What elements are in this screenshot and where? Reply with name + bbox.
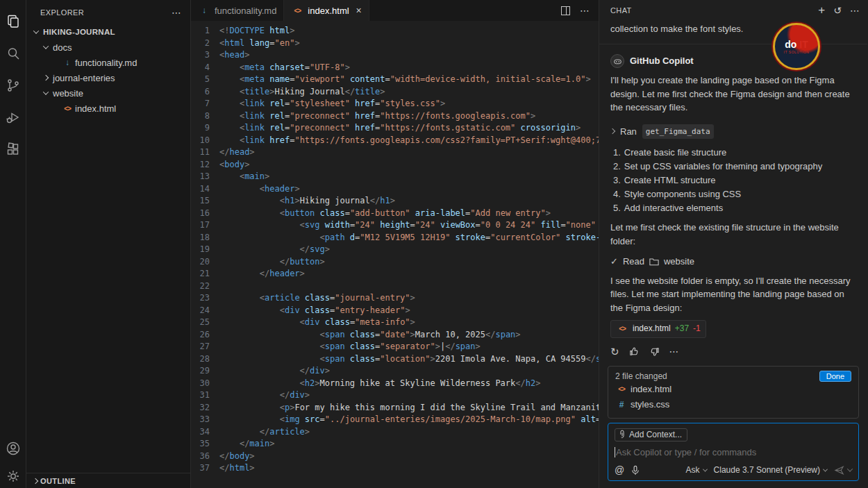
changed-file-chip[interactable]: <> index.html +37 -1: [610, 320, 706, 338]
line-number: 20: [191, 256, 219, 269]
add-context-button[interactable]: Add Context...: [615, 428, 687, 441]
send-button[interactable]: [834, 465, 852, 476]
files-changed-panel: 2 file changed Done <>index.html#styles.…: [608, 366, 859, 419]
line-number: 9: [191, 122, 219, 135]
line-number: 4: [191, 62, 219, 74]
explorer-title: EXPLORER: [40, 8, 172, 17]
code-line: 3<head>: [191, 49, 599, 62]
tree-item-website[interactable]: website: [26, 85, 190, 101]
thumbs-down-icon[interactable]: [649, 346, 660, 356]
line-number: 11: [191, 146, 219, 159]
search-icon[interactable]: [0, 37, 26, 69]
chevron-right-icon: [33, 478, 38, 483]
tree-item-label: index.html: [75, 103, 116, 114]
tree-item-docs[interactable]: docs: [26, 40, 190, 55]
code-text: <header>: [219, 183, 300, 196]
step-text: Set up CSS variables for theming and typ…: [624, 160, 822, 174]
text-caret: [615, 447, 615, 457]
outline-section-header[interactable]: OUTLINE: [26, 473, 190, 488]
code-line: 15 <h1>Hiking journal</h1>: [191, 195, 599, 208]
assistant-name: GitHub Copilot: [630, 54, 694, 68]
check-folder-text: Let me first check the existing file str…: [610, 221, 856, 248]
tree-item-journal-enteries[interactable]: journal-enteries: [26, 70, 190, 85]
close-tab-icon[interactable]: ×: [356, 5, 362, 16]
chat-input[interactable]: Add Context... Ask Copilot or type / for…: [608, 423, 859, 482]
model-dropdown[interactable]: Claude 3.7 Sonnet (Preview): [714, 465, 827, 475]
code-text: </div>: [219, 389, 310, 402]
changed-file-name: index.html: [631, 384, 671, 394]
tab-index-html[interactable]: <>index.html×: [284, 0, 369, 21]
activity-bar: [0, 0, 26, 488]
new-chat-icon[interactable]: +: [818, 3, 825, 17]
chat-more-icon[interactable]: ⋯: [850, 5, 860, 16]
code-editor[interactable]: 1<!DOCTYPE html>2<html lang="en">3<head>…: [191, 21, 599, 488]
changed-file-row[interactable]: #styles.css: [615, 397, 851, 412]
code-text: <link rel="stylesheet" href="styles.css"…: [219, 98, 445, 110]
microphone-icon[interactable]: [631, 465, 640, 476]
chat-title: CHAT: [610, 6, 818, 15]
code-text: <head>: [219, 49, 249, 62]
chat-history-icon[interactable]: ↺: [833, 5, 842, 16]
step-number: 2.: [613, 160, 621, 174]
changed-files-list: <>index.html#styles.css: [615, 382, 851, 412]
code-line: 11</head>: [191, 146, 599, 159]
chat-input-field[interactable]: Ask Copilot or type / for commands: [615, 447, 852, 457]
code-line: 17 <svg width="24" height="24" viewBox="…: [191, 219, 599, 232]
done-button[interactable]: Done: [819, 371, 851, 382]
md-file-icon: ↓: [61, 58, 74, 67]
tree-item-hiking-journal[interactable]: HIKING-JOURNAL: [26, 24, 190, 40]
chat-panel: CHAT + ↺ ⋯ collection to make the font s…: [599, 0, 867, 488]
tab-functionality-md[interactable]: ↓functionality.md: [191, 0, 284, 21]
code-line: 16 <button class="add-button" aria-label…: [191, 208, 599, 220]
step-item: 3.Create HTML structure: [613, 174, 856, 187]
tab-label: functionality.md: [215, 6, 276, 16]
line-number: 36: [191, 451, 219, 463]
step-text: Add interactive elements: [624, 201, 723, 215]
changed-file-row[interactable]: <>index.html: [615, 382, 851, 397]
line-number: 35: [191, 438, 219, 451]
account-icon[interactable]: [0, 432, 26, 464]
read-tool-row[interactable]: ✓ Read website: [610, 255, 856, 269]
tree-item-label: journal-enteries: [53, 73, 115, 83]
run-debug-icon[interactable]: [0, 101, 26, 133]
source-control-icon[interactable]: [0, 69, 26, 101]
tree-item-label: docs: [53, 42, 72, 53]
settings-gear-icon[interactable]: [0, 464, 26, 488]
retry-icon[interactable]: ↻: [610, 345, 619, 356]
split-editor-icon[interactable]: [561, 6, 570, 15]
tab-label: index.html: [308, 6, 349, 16]
tree-item-functionality-md[interactable]: ↓functionality.md: [26, 55, 190, 70]
explorer-icon[interactable]: [0, 6, 26, 37]
code-text: <main>: [219, 171, 269, 183]
code-line: 25 <div class="meta-info">: [191, 317, 599, 329]
tool-run-row[interactable]: Ran get_Figma_data: [610, 124, 856, 140]
explorer-more-icon[interactable]: ⋯: [172, 7, 182, 18]
feedback-row: ↻ ⋯: [610, 345, 856, 356]
code-line: 8 <link rel="preconnect" href="https://f…: [191, 110, 599, 123]
feedback-more-icon[interactable]: ⋯: [669, 345, 680, 356]
tree-item-label: website: [53, 88, 83, 99]
line-number: 16: [191, 208, 219, 220]
chevron-down-icon: [43, 89, 49, 94]
line-number: 33: [191, 414, 219, 426]
code-line: 27 <span class="separator">|</span>: [191, 341, 599, 353]
ran-command-chip: get_Figma_data: [642, 124, 714, 140]
step-item: 2.Set up CSS variables for theming and t…: [613, 160, 856, 174]
code-text: </header>: [219, 268, 305, 280]
code-text: </body>: [219, 451, 255, 463]
line-number: 17: [191, 219, 219, 232]
code-text: </head>: [219, 146, 255, 159]
code-line: 7 <link rel="stylesheet" href="styles.cs…: [191, 98, 599, 110]
outline-label: OUTLINE: [40, 477, 76, 485]
extensions-icon[interactable]: [0, 133, 26, 165]
tree-item-index-html[interactable]: <>index.html: [26, 101, 190, 116]
mention-icon[interactable]: @: [615, 464, 624, 476]
folder-icon: [649, 258, 659, 266]
thumbs-up-icon[interactable]: [629, 346, 640, 356]
mode-dropdown[interactable]: Ask: [686, 465, 707, 475]
editor-more-icon[interactable]: ⋯: [580, 5, 590, 16]
line-number: 18: [191, 232, 219, 244]
md-file-icon: ↓: [198, 6, 210, 15]
file-tree: HIKING-JOURNALdocs↓functionality.mdjourn…: [26, 24, 190, 473]
code-line: 18 <path d="M12 5V19M5 12H19" stroke="cu…: [191, 232, 599, 244]
